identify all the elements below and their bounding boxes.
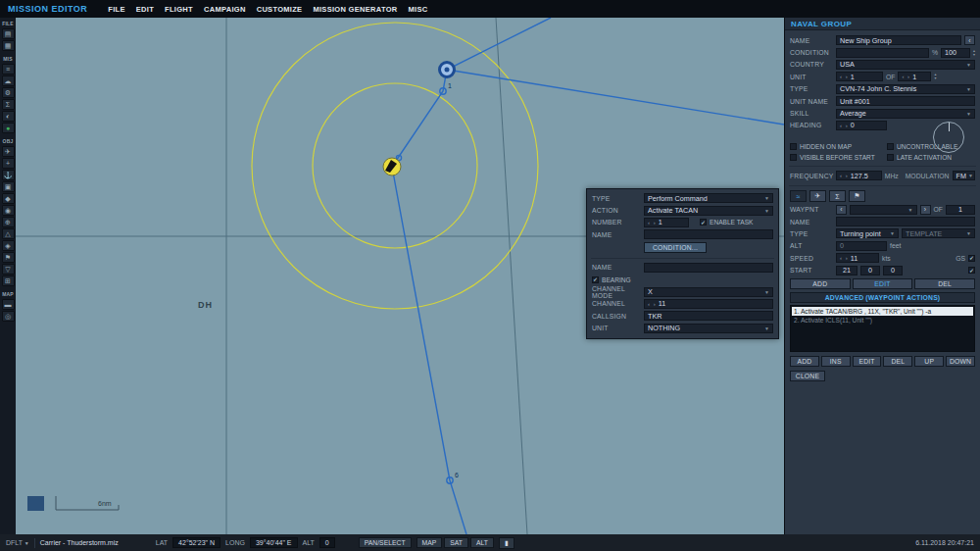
start-min-input[interactable]: 0 — [883, 266, 903, 276]
hidden-on-map-checkbox[interactable] — [790, 143, 797, 150]
unit-total-stepper[interactable]: ‹ ›1 — [898, 72, 931, 81]
action-button[interactable]: UP — [914, 356, 944, 367]
waypoint-actions-list[interactable]: 1. Activate TACAN/BRG , 11X, "TKR", Unit… — [790, 305, 975, 352]
task-name-input[interactable] — [644, 229, 773, 239]
enable-task-checkbox[interactable] — [700, 219, 707, 225]
helicopter-icon[interactable]: + — [2, 158, 15, 169]
waypoint-dropdown[interactable]: ▼ — [850, 205, 917, 215]
channel-stepper[interactable]: ‹ ›11 — [644, 299, 773, 309]
skill-dropdown[interactable]: Average▼ — [836, 109, 975, 119]
bullseye-icon[interactable]: ◈ — [2, 240, 15, 251]
airplane-icon[interactable]: ✈ — [2, 146, 15, 157]
summary-icon[interactable]: Σ — [2, 99, 15, 110]
grid-icon[interactable]: ⊞ — [2, 276, 15, 286]
start-lock-checkbox[interactable] — [968, 267, 975, 274]
callsign-input[interactable]: TKR — [644, 311, 773, 321]
start-day-input[interactable]: 21 — [836, 266, 858, 276]
pan-select-button[interactable]: PAN/SELECT — [359, 537, 412, 548]
menu-item[interactable]: EDIT — [136, 5, 154, 14]
carrier-unit-icon[interactable] — [383, 158, 401, 175]
condition-spinner[interactable]: ▴▾ — [973, 49, 975, 57]
gs-checkbox[interactable] — [968, 255, 975, 262]
bearing-checkbox[interactable] — [592, 276, 599, 283]
wp-del-button[interactable]: DEL — [914, 278, 975, 289]
action-button[interactable]: DEL — [883, 356, 912, 367]
start-hour-input[interactable]: 0 — [860, 266, 880, 276]
frequency-stepper[interactable]: ‹ ›127.5 — [836, 171, 882, 180]
time-icon[interactable]: ◐ — [2, 111, 15, 122]
condition-button[interactable]: CONDITION... — [644, 242, 707, 253]
goal-icon[interactable]: ● — [2, 123, 15, 133]
payload-tab[interactable]: ✈ — [809, 190, 826, 202]
warehouse-icon[interactable]: △ — [2, 228, 15, 239]
task-number-stepper[interactable]: ‹ ›1 — [644, 218, 689, 227]
zone-icon[interactable]: ◉ — [2, 205, 15, 216]
theatre-dropdown[interactable]: DFLT ▼ — [6, 539, 29, 546]
prev-waypoint-button[interactable]: ‹ — [836, 205, 847, 215]
route-tab[interactable]: ≈ — [790, 190, 807, 202]
task-type-dropdown[interactable]: Perform Command▼ — [644, 193, 773, 203]
layers-icon[interactable]: ▮ — [499, 537, 514, 549]
heading-stepper[interactable]: ‹ ›0 — [836, 121, 887, 130]
static-object-icon[interactable]: ◆ — [2, 193, 15, 204]
wp-name-input[interactable] — [836, 217, 975, 226]
briefing-icon[interactable]: ≡ — [2, 64, 15, 75]
summary-tab[interactable]: Σ — [829, 190, 846, 202]
ship-icon[interactable]: ⚓ — [2, 170, 15, 180]
late-activation-checkbox[interactable] — [887, 154, 894, 161]
open-mission-icon[interactable]: ▦ — [2, 40, 15, 51]
menu-item[interactable]: CUSTOMIZE — [257, 5, 303, 14]
param-name-input[interactable] — [644, 263, 773, 273]
next-waypoint-button[interactable]: › — [920, 205, 931, 215]
action-button[interactable]: DOWN — [946, 356, 975, 367]
action-button[interactable]: ADD — [790, 356, 819, 367]
modulation-dropdown[interactable]: FM▼ — [953, 171, 975, 180]
condition-input[interactable] — [836, 48, 929, 58]
waypoint-action-item[interactable]: 1. Activate TACAN/BRG , 11X, "TKR", Unit… — [792, 307, 973, 316]
naval-group-icon[interactable] — [440, 63, 455, 77]
wp-edit-button[interactable]: EDIT — [853, 278, 913, 289]
marker-icon[interactable]: ▽ — [2, 264, 15, 275]
name-history-button[interactable]: ‹ — [964, 35, 975, 45]
condition-value-input[interactable]: 100 — [941, 48, 970, 58]
action-button[interactable]: INS — [821, 356, 851, 367]
menu-item[interactable]: MISSION GENERATOR — [313, 5, 397, 14]
weather-icon[interactable]: ☁ — [2, 75, 15, 86]
menu-item[interactable]: CAMPAIGN — [204, 5, 246, 14]
view-mode-button[interactable]: SAT — [444, 537, 468, 548]
country-dropdown[interactable]: USA▼ — [836, 60, 975, 70]
alt-input[interactable]: 0 — [836, 241, 887, 251]
wp-type-dropdown[interactable]: Turning point▼ — [836, 228, 899, 238]
unit-name-input[interactable]: Unit #001 — [836, 96, 975, 106]
waypoint-action-item[interactable]: 2. Activate ICLS(11, Unit "") — [792, 316, 973, 325]
speed-stepper[interactable]: ‹ ›11 — [836, 253, 879, 263]
action-button[interactable]: EDIT — [853, 356, 882, 367]
ship-type-dropdown[interactable]: CVN-74 John C. Stennis▼ — [836, 84, 975, 94]
ruler-icon[interactable]: ▬ — [2, 299, 15, 310]
heading-dial[interactable] — [933, 122, 964, 153]
view-mode-button[interactable]: MAP — [416, 537, 443, 548]
wp-add-button[interactable]: ADD — [790, 278, 851, 289]
menu-item[interactable]: MISC — [409, 5, 428, 14]
options-icon[interactable]: ⚙ — [2, 87, 15, 98]
unit-spinner[interactable]: ▴▾ — [934, 73, 936, 80]
vehicle-icon[interactable]: ▣ — [2, 181, 15, 192]
uncontrollable-checkbox[interactable] — [887, 143, 894, 150]
menu-item[interactable]: FLIGHT — [165, 5, 193, 14]
unit-stepper[interactable]: ‹ ›1 — [836, 72, 883, 81]
view-mode-button[interactable]: ALT — [470, 537, 494, 548]
clone-button[interactable]: CLONE — [790, 371, 825, 381]
channel-mode-dropdown[interactable]: X▼ — [644, 287, 773, 297]
new-mission-icon[interactable]: ▤ — [2, 28, 15, 39]
task-unit-dropdown[interactable]: NOTHING▼ — [644, 324, 773, 333]
map-options-icon[interactable]: ◎ — [2, 311, 15, 322]
menu-item[interactable]: FILE — [108, 5, 124, 14]
template-icon[interactable]: ⊕ — [2, 217, 15, 227]
triggers-tab[interactable]: ⚑ — [849, 190, 865, 202]
template-dropdown[interactable]: TEMPLATE▼ — [902, 228, 975, 238]
group-name-input[interactable]: New Ship Group — [836, 35, 961, 45]
flag-icon[interactable]: ⚑ — [2, 252, 15, 263]
advanced-waypoint-actions-button[interactable]: ADVANCED (WAYPOINT ACTIONS) — [790, 292, 975, 303]
visible-before-start-checkbox[interactable] — [790, 154, 797, 161]
task-action-dropdown[interactable]: Activate TACAN▼ — [644, 206, 773, 216]
